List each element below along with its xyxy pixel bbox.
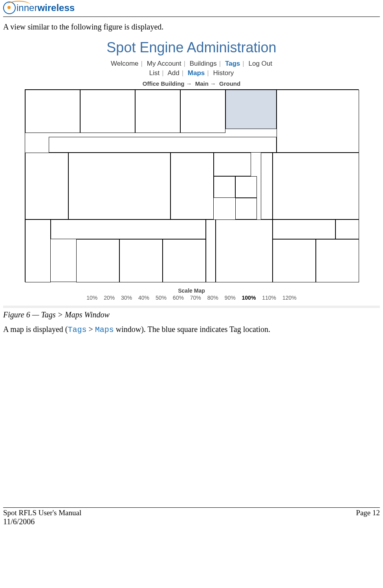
breadcrumb-3[interactable]: Ground [219,80,240,87]
brand-logo: innerwireless [3,2,380,14]
room [273,239,316,282]
scale-80[interactable]: 80% [207,295,218,301]
page-footer: Spot RFLS User's Manual Page 12 11/6/200… [3,507,380,526]
room [25,153,68,219]
corridor [49,137,277,153]
scale-10[interactable]: 10% [86,295,97,301]
footer-page: Page 12 [356,509,380,517]
footer-date: 11/6/2006 [3,517,380,526]
code-tags: Tags [68,325,86,334]
tag-location[interactable] [225,90,277,129]
room [180,90,225,133]
room [76,239,119,282]
subnav-history[interactable]: History [213,69,234,77]
room [277,90,359,153]
intro-paragraph: A view similar to the following figure i… [3,22,380,31]
subnav-maps[interactable]: Maps [188,69,205,77]
scale-120[interactable]: 120% [282,295,297,301]
scale-30[interactable]: 30% [121,295,132,301]
figure-caption: Figure 6 — Tags > Maps Window [3,310,380,319]
room [273,219,335,239]
room [335,219,359,239]
room [25,219,51,282]
scale-70[interactable]: 70% [190,295,201,301]
room [235,176,257,198]
nav-buildings[interactable]: Buildings [190,60,217,67]
nav-my-account[interactable]: My Account [147,60,181,67]
corridor [51,219,206,239]
room [163,239,206,282]
room [214,176,235,198]
breadcrumb-2[interactable]: Main [195,80,209,87]
app-title: Spot Engine Administration [3,35,380,58]
subnav-list[interactable]: List [149,69,159,77]
subnav-add[interactable]: Add [167,69,179,77]
scale-options: 10% 20% 30% 40% 50% 60% 70% 80% 90% 100%… [3,295,380,301]
room [170,153,214,219]
nav-log-out[interactable]: Log Out [248,60,272,67]
breadcrumb: Office Building→ Main→ Ground [3,80,380,87]
scale-100[interactable]: 100% [242,295,256,301]
logo-mark-icon [3,2,16,14]
room [273,153,359,219]
room [216,219,273,282]
room [206,219,216,282]
corridor [261,153,273,219]
primary-nav: Welcome| My Account| Buildings| Tags| Lo… [3,60,380,68]
breadcrumb-1[interactable]: Office Building [143,80,185,87]
scale-50[interactable]: 50% [156,295,167,301]
logo-text-2: wireless [37,2,75,13]
room [68,153,170,219]
scale-40[interactable]: 40% [138,295,149,301]
scale-60[interactable]: 60% [173,295,184,301]
scale-110[interactable]: 110% [262,295,276,301]
room [80,90,135,133]
floor-map[interactable] [25,89,359,282]
room [316,239,359,282]
room [214,153,251,176]
room [25,90,80,133]
code-maps: Maps [95,325,114,334]
nav-tags[interactable]: Tags [225,60,240,67]
scale-90[interactable]: 90% [225,295,236,301]
nav-welcome[interactable]: Welcome [111,60,139,67]
room [235,198,257,219]
footer-manual: Spot RFLS User's Manual [3,509,81,517]
body-paragraph: A map is displayed (Tags > Maps window).… [3,325,380,334]
secondary-nav: List| Add| Maps| History [3,69,380,77]
figure-container: Spot Engine Administration Welcome| My A… [3,35,380,308]
scale-20[interactable]: 20% [104,295,115,301]
room [119,239,163,282]
room [135,90,180,133]
header-rule [3,17,380,17]
scale-label: Scale Map [3,288,380,294]
